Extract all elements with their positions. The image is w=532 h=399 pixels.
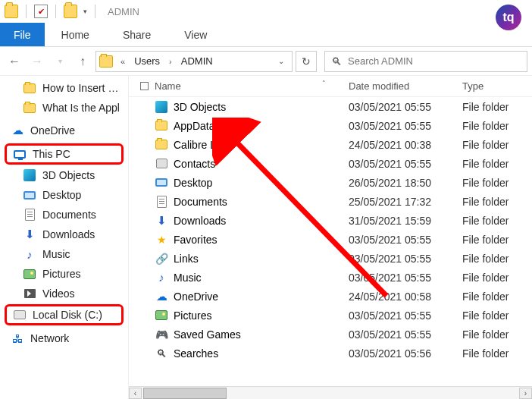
up-button[interactable]: ↑ [73, 52, 92, 71]
row-name-cell[interactable]: AppData [152, 119, 349, 133]
file-row[interactable]: ♪Music03/05/2021 05:55File folder [129, 268, 532, 287]
row-name-cell[interactable]: Documents [152, 195, 349, 209]
file-row[interactable]: 🔗Links03/05/2021 05:55File folder [129, 249, 532, 268]
file-row[interactable]: Pictures03/05/2021 05:55File folder [129, 306, 532, 325]
row-name-cell[interactable]: 🔗Links [152, 252, 349, 265]
sort-indicator-icon: ˄ [322, 80, 326, 87]
row-name-cell[interactable]: 🎮Saved Games [152, 328, 349, 341]
row-name-cell[interactable]: ⬇Downloads [152, 214, 349, 228]
file-type: File folder [462, 101, 532, 113]
file-row[interactable]: ☁OneDrive24/05/2021 00:58File folder [129, 287, 532, 306]
file-row[interactable]: Calibre Li24/05/2021 00:38File folder [129, 135, 532, 154]
refresh-button[interactable]: ↻ [296, 51, 317, 72]
main-area: How to Insert a SWhat Is the Appl☁OneDri… [0, 76, 532, 399]
search-icon: 🔍︎ [331, 55, 342, 68]
file-name: AppData [174, 120, 214, 132]
tree-item[interactable]: Pictures [0, 264, 128, 284]
qat-separator [26, 5, 27, 18]
tree-item[interactable]: Desktop [0, 185, 128, 205]
file-date: 24/05/2021 00:38 [349, 139, 462, 151]
tab-view[interactable]: View [167, 23, 224, 46]
tree-item[interactable]: ⬇Downloads [0, 225, 128, 244]
address-dropdown-icon[interactable]: ⌄ [274, 57, 289, 65]
file-date: 03/05/2021 05:55 [349, 253, 462, 265]
file-name: Music [174, 272, 202, 284]
file-type: File folder [462, 177, 532, 189]
file-tab[interactable]: File [0, 23, 45, 46]
file-row[interactable]: ⬇Downloads31/05/2021 15:59File folder [129, 211, 532, 230]
documents-icon [23, 208, 36, 221]
tree-item[interactable]: Documents [0, 205, 128, 225]
file-date: 24/05/2021 00:58 [349, 291, 462, 303]
scroll-thumb[interactable] [143, 388, 227, 399]
scroll-left-button[interactable]: ‹ [129, 388, 142, 399]
pictures-icon [23, 267, 36, 281]
column-date[interactable]: Date modified [349, 80, 462, 92]
forward-button[interactable]: → [27, 52, 47, 71]
tree-item[interactable]: 3D Objects [0, 165, 128, 185]
breadcrumb-admin[interactable]: ADMIN [177, 55, 217, 67]
tree-item-label: 3D Objects [42, 169, 95, 181]
search-box[interactable]: 🔍︎ [324, 51, 527, 72]
row-name-cell[interactable]: ☁OneDrive [152, 290, 349, 303]
tree-item[interactable]: This PC [5, 143, 124, 165]
breadcrumb-separator-icon[interactable]: › [166, 57, 175, 66]
back-button[interactable]: ← [5, 52, 24, 71]
file-row[interactable]: 🔍︎Searches03/05/2021 05:56File folder [129, 344, 532, 363]
tree-item[interactable]: Videos [0, 284, 128, 303]
tree-item-label: Videos [42, 287, 75, 300]
row-name-cell[interactable]: 🔍︎Searches [152, 347, 349, 360]
file-type: File folder [462, 272, 532, 284]
file-row[interactable]: Contacts03/05/2021 05:55File folder [129, 154, 532, 173]
file-date: 03/05/2021 05:55 [349, 158, 462, 170]
watermark-badge: tq [496, 5, 521, 30]
file-type: File folder [462, 215, 532, 227]
row-name-cell[interactable]: ♪Music [152, 271, 349, 284]
desktop-icon [23, 188, 36, 202]
file-list[interactable]: 3D Objects03/05/2021 05:55File folderApp… [129, 97, 532, 386]
file-name: Downloads [174, 215, 226, 227]
tree-item[interactable]: 🖧Network [0, 328, 128, 348]
row-name-cell[interactable]: Contacts [152, 157, 349, 171]
breadcrumb-separator-icon[interactable]: « [117, 57, 128, 66]
address-bar[interactable]: « Users › ADMIN ⌄ [95, 51, 293, 72]
file-row[interactable]: AppData03/05/2021 05:55File folder [129, 116, 532, 135]
navigation-tree[interactable]: How to Insert a SWhat Is the Appl☁OneDri… [0, 76, 129, 399]
row-name-cell[interactable]: ★Favorites [152, 233, 349, 247]
file-type: File folder [462, 234, 532, 246]
scroll-right-button[interactable]: › [519, 388, 532, 399]
file-name: 3D Objects [174, 101, 226, 113]
file-row[interactable]: 🎮Saved Games03/05/2021 05:55File folder [129, 325, 532, 344]
column-name[interactable]: Name˄ [152, 80, 349, 92]
file-row[interactable]: Desktop26/05/2021 18:50File folder [129, 173, 532, 192]
horizontal-scrollbar[interactable]: ‹ › [129, 386, 532, 399]
tree-item[interactable]: What Is the Appl [0, 98, 128, 118]
qat-dropdown-icon[interactable]: ▾ [83, 8, 87, 15]
qat-open-folder-icon[interactable] [64, 5, 77, 18]
file-row[interactable]: ★Favorites03/05/2021 05:55File folder [129, 230, 532, 249]
file-date: 03/05/2021 05:55 [349, 120, 462, 132]
file-date: 03/05/2021 05:56 [349, 347, 462, 360]
tab-home[interactable]: Home [45, 23, 106, 46]
row-name-cell[interactable]: 3D Objects [152, 100, 349, 114]
recent-dropdown[interactable]: ▾ [50, 52, 70, 71]
tree-item[interactable]: ☁OneDrive [0, 121, 128, 140]
select-all-checkbox[interactable] [136, 82, 152, 90]
qat-properties-button[interactable]: ✔ [34, 5, 48, 18]
column-headers: Name˄ Date modified Type [129, 76, 532, 97]
breadcrumb-users[interactable]: Users [130, 55, 164, 67]
tree-item[interactable]: Local Disk (C:) [5, 304, 124, 325]
tab-share[interactable]: Share [106, 23, 167, 46]
search-input[interactable] [348, 55, 521, 67]
file-date: 03/05/2021 05:55 [349, 272, 462, 284]
file-row[interactable]: 3D Objects03/05/2021 05:55File folder [129, 97, 532, 116]
row-name-cell[interactable]: Desktop [152, 176, 349, 190]
tree-item[interactable]: How to Insert a S [0, 78, 128, 98]
row-name-cell[interactable]: Pictures [152, 309, 349, 322]
row-name-cell[interactable]: Calibre Li [152, 138, 349, 152]
tree-item[interactable]: ♪Music [0, 244, 128, 264]
file-row[interactable]: Documents25/05/2021 17:32File folder [129, 192, 532, 211]
column-type[interactable]: Type [462, 80, 532, 92]
qat-folder-icon[interactable] [5, 5, 18, 18]
tree-item-label: Documents [42, 209, 96, 221]
